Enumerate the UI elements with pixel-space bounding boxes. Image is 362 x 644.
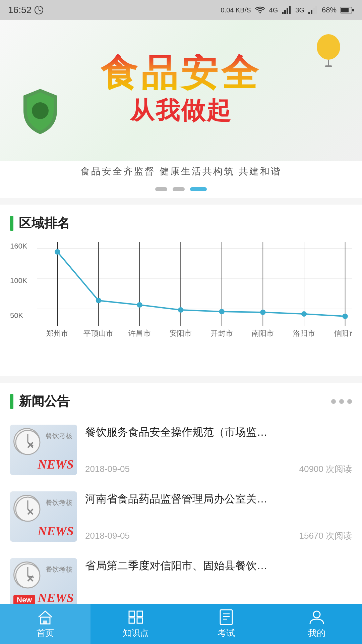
svg-point-37 <box>342 314 348 319</box>
more-dot-3 <box>347 399 352 404</box>
news-date-2: 2018-09-05 <box>85 531 130 541</box>
chart-svg: 郑州市 平顶山市 许昌市 安阳市 开封市 南阳市 洛阳市 信阳市 <box>37 242 352 349</box>
news-thumb-1: × NEWS 餐饮考核 <box>10 425 77 475</box>
news-title-2: 河南省食品药品监督管理局办公室关… <box>85 491 352 506</box>
news-reads-1: 40900 次阅读 <box>299 463 352 475</box>
news-thumb-2: × NEWS 餐饮考核 <box>10 491 77 542</box>
news-content-3: 省局第二季度对信阳市、固始县餐饮… <box>85 558 352 608</box>
status-time: 16:52 <box>8 5 44 15</box>
wifi-icon <box>255 6 265 14</box>
news-meta-1: 2018-09-05 40900 次阅读 <box>85 463 352 475</box>
svg-point-30 <box>55 249 60 255</box>
nav-home-label: 首页 <box>37 627 54 639</box>
svg-point-65 <box>313 611 320 618</box>
news-item-2[interactable]: × NEWS 餐饮考核 河南省食品药品监督管理局办公室关… 2018-09-05… <box>10 483 352 550</box>
svg-rect-14 <box>352 9 354 11</box>
svg-rect-59 <box>129 618 134 623</box>
news-title-bar <box>10 394 13 409</box>
nav-exam[interactable]: 考试 <box>181 604 272 644</box>
svg-text:许昌市: 许昌市 <box>128 329 151 337</box>
banner-image[interactable]: 食品安全 从我做起 <box>0 20 362 161</box>
banner-tagline: 食品安全齐监督 健康生活共构筑 共建和谐 <box>80 166 282 176</box>
svg-text:平顶山市: 平顶山市 <box>83 329 113 337</box>
svg-rect-58 <box>137 611 142 616</box>
svg-rect-56 <box>43 621 47 624</box>
news-more-dots[interactable] <box>331 399 352 404</box>
shield-icon <box>20 87 60 134</box>
news-item-1[interactable]: × NEWS 餐饮考核 餐饮服务食品安全操作规范（市场监… 2018-09-05… <box>10 417 352 483</box>
svg-rect-11 <box>315 6 317 14</box>
svg-rect-5 <box>284 10 286 14</box>
title-bar-icon <box>10 216 13 231</box>
clock-icon <box>34 5 44 15</box>
svg-rect-7 <box>289 6 291 14</box>
nav-knowledge[interactable]: 知识点 <box>90 604 181 644</box>
svg-rect-57 <box>129 611 134 616</box>
svg-rect-10 <box>313 8 315 14</box>
svg-rect-8 <box>308 12 310 14</box>
svg-rect-4 <box>282 12 284 14</box>
banner-main-title: 食品安全 <box>101 54 261 91</box>
balloon-icon <box>315 34 342 67</box>
svg-text:信阳市: 信阳市 <box>334 329 352 337</box>
svg-rect-9 <box>311 10 312 14</box>
more-dot-2 <box>339 399 344 404</box>
news-content-1: 餐饮服务食品安全操作规范（市场监… 2018-09-05 40900 次阅读 <box>85 425 352 475</box>
section-title-ranking: 区域排名 <box>10 215 352 232</box>
svg-text:安阳市: 安阳市 <box>170 329 192 337</box>
news-reads-2: 15670 次阅读 <box>299 530 352 542</box>
exam-icon <box>218 609 234 625</box>
network-speed: 0.04 KB/S <box>221 6 251 14</box>
svg-point-36 <box>301 311 307 317</box>
more-dot-1 <box>331 399 336 404</box>
svg-point-34 <box>219 309 225 314</box>
status-bar: 16:52 0.04 KB/S 4G 3G 68% <box>0 0 362 20</box>
svg-text:郑州市: 郑州市 <box>46 329 69 337</box>
svg-rect-18 <box>325 65 332 67</box>
grid-icon <box>128 609 144 625</box>
3g-signal: 3G <box>295 6 304 14</box>
news-meta-2: 2018-09-05 15670 次阅读 <box>85 530 352 542</box>
dot-3[interactable] <box>190 187 207 191</box>
nav-knowledge-label: 知识点 <box>123 627 149 639</box>
bottom-nav: 首页 知识点 考试 <box>0 604 362 644</box>
news-title-1: 餐饮服务食品安全操作规范（市场监… <box>85 425 352 440</box>
news-title-3: 省局第二季度对信阳市、固始县餐饮… <box>85 558 352 573</box>
time-display: 16:52 <box>8 5 32 15</box>
4g-signal: 4G <box>269 6 278 14</box>
nav-profile[interactable]: 我的 <box>272 604 362 644</box>
svg-text:南阳市: 南阳市 <box>252 329 274 337</box>
svg-rect-6 <box>287 8 288 14</box>
svg-point-31 <box>96 298 101 303</box>
battery-icon <box>341 6 354 14</box>
svg-point-15 <box>32 102 49 119</box>
nav-profile-label: 我的 <box>308 627 325 639</box>
signal-bars-icon <box>282 6 291 14</box>
dot-2[interactable] <box>173 187 185 191</box>
svg-rect-61 <box>220 610 232 625</box>
news-thumb-3: × NEWS 餐饮考核 New <box>10 558 77 608</box>
svg-text:开封市: 开封市 <box>210 329 233 337</box>
region-chart: 160K 100K 50K <box>10 242 352 369</box>
svg-point-35 <box>260 310 265 315</box>
home-icon <box>37 609 53 625</box>
region-ranking-section: 区域排名 160K 100K 50K <box>0 205 362 376</box>
svg-text:洛阳市: 洛阳市 <box>293 329 315 337</box>
svg-line-2 <box>39 10 41 11</box>
news-date-1: 2018-09-05 <box>85 464 130 474</box>
profile-icon <box>309 609 325 625</box>
dot-1[interactable] <box>155 187 167 191</box>
banner-subtitle: 从我做起 <box>101 95 261 127</box>
svg-point-16 <box>317 34 340 60</box>
banner-dots <box>0 180 362 198</box>
svg-point-3 <box>259 12 261 13</box>
svg-rect-60 <box>137 618 142 623</box>
news-section-title: 新闻公告 <box>10 393 70 410</box>
nav-exam-label: 考试 <box>218 627 235 639</box>
svg-point-33 <box>178 307 183 313</box>
status-right: 0.04 KB/S 4G 3G 68% <box>221 6 354 14</box>
banner-section: 食品安全 从我做起 食品安全齐监督 健康生活共构筑 共建和谐 <box>0 20 362 198</box>
nav-home[interactable]: 首页 <box>0 604 90 644</box>
svg-rect-13 <box>341 8 349 12</box>
news-header: 新闻公告 <box>10 393 352 410</box>
